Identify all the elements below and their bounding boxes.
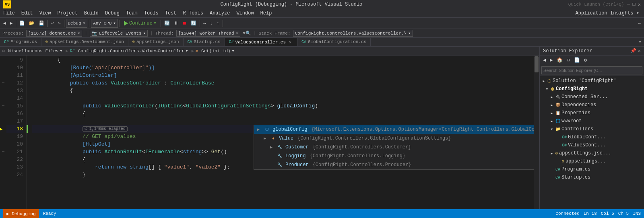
- menu-analyze[interactable]: Analyze: [206, 9, 233, 17]
- se-item-solution[interactable]: ▶ ⬡ Solution 'ConfigRight': [540, 77, 644, 85]
- menu-edit[interactable]: Edit: [18, 9, 36, 17]
- menu-file[interactable]: File: [0, 9, 18, 17]
- back-btn[interactable]: ◀: [2, 19, 8, 28]
- new-file-btn[interactable]: 📄: [18, 19, 27, 28]
- se-arrow-deps: ▶: [549, 103, 554, 107]
- thread-dropdown[interactable]: [15044] Worker Thread ▾: [176, 30, 240, 37]
- menu-tools[interactable]: Tools: [141, 9, 162, 17]
- se-pin-btn[interactable]: 📌: [630, 48, 636, 54]
- tab-appsettings-dev[interactable]: ⚙ appsettings.Development.json: [41, 38, 128, 46]
- collapse-15[interactable]: ─: [0, 102, 6, 110]
- ac-item-logging[interactable]: ▶ 🔧 Logging {ConfigRight.Controllers.Log…: [254, 152, 534, 160]
- ac-expand-0[interactable]: ▶: [257, 127, 260, 132]
- tab-program[interactable]: C# Program.cs: [0, 38, 41, 46]
- platform-dropdown[interactable]: Any CPU ▾: [91, 19, 118, 28]
- bc-controller[interactable]: ConfigRight.Controllers.ValuesController…: [76, 48, 190, 54]
- continue-btn[interactable]: Continue ▾: [122, 19, 159, 27]
- ac-item-globalconfig[interactable]: ▶ ⬡ globalConfig {Microsoft.Extensions.O…: [254, 125, 534, 134]
- menu-window[interactable]: Window: [233, 9, 257, 17]
- continue-label: Continue: [129, 21, 153, 26]
- toolbar-more-btn[interactable]: ⋯: [636, 19, 642, 28]
- se-item-appsettings[interactable]: ▶ ⚙ appsettings.jso...: [540, 149, 644, 157]
- scrollbar-thumb[interactable]: [535, 56, 539, 72]
- restart-btn[interactable]: 🔃: [189, 19, 198, 28]
- se-item-globalconfig[interactable]: ▶ C# GlobalConf...: [540, 133, 644, 141]
- se-showfiles-btn[interactable]: 📄: [572, 56, 582, 64]
- se-home-btn[interactable]: 🏠: [555, 56, 564, 64]
- se-close-btn[interactable]: ✕: [638, 48, 641, 54]
- step-into-btn[interactable]: ↓: [208, 19, 214, 28]
- se-item-controllers[interactable]: ▼ 📁 Controllers: [540, 125, 644, 133]
- ac-item-customer[interactable]: ▶ 🔧 Customer {ConfigRight.Controllers.Cu…: [254, 143, 534, 152]
- se-tree: ▶ ⬡ Solution 'ConfigRight' ▼ ⬢ ConfigRig…: [540, 76, 644, 218]
- ac-wrench-icon-2: 🔧: [277, 162, 283, 168]
- tab-startup[interactable]: C# Startup.cs: [184, 38, 225, 46]
- forward-btn[interactable]: ▶: [8, 19, 14, 28]
- se-item-deps[interactable]: ▶ 📦 Dependencies: [540, 101, 644, 109]
- menu-build[interactable]: Build: [81, 9, 102, 17]
- debug-mode-dropdown[interactable]: Debug ▾: [66, 19, 88, 28]
- maximize-btn[interactable]: □: [633, 2, 636, 7]
- autocomplete-popup[interactable]: ▶ ⬡ globalConfig {Microsoft.Extensions.O…: [254, 125, 534, 170]
- se-connected-label: Connected Ser...: [561, 94, 608, 100]
- tab-appsettings[interactable]: ⚙ appsettings.json: [128, 38, 184, 46]
- lifecycle-value: Lifecycle Events: [99, 31, 142, 36]
- line-13: 13: [6, 87, 23, 95]
- se-forward-btn[interactable]: ▶: [548, 56, 554, 64]
- bc-misc-files[interactable]: Miscellaneous Files ▾: [6, 48, 64, 54]
- close-btn[interactable]: ✕: [638, 2, 641, 8]
- tabs-dropdown-arrow[interactable]: ▾: [636, 38, 644, 46]
- se-collapse-btn[interactable]: ⊟: [565, 56, 571, 64]
- scrollbar-right[interactable]: [534, 56, 539, 218]
- undo-btn[interactable]: ↩: [50, 19, 56, 28]
- se-item-configright[interactable]: ▼ ⬢ ConfigRight: [540, 85, 644, 93]
- code-content[interactable]: { [Route("api/[controller]")] [ApiContro…: [28, 56, 534, 218]
- minimize-btn[interactable]: ─: [627, 2, 630, 7]
- sep7: [200, 20, 200, 27]
- ac-item-value[interactable]: ▶ ♦ Value {ConfigRight.Controllers.Globa…: [254, 134, 534, 143]
- se-search-input[interactable]: [541, 66, 642, 74]
- se-item-appsettings-dev[interactable]: ▶ ⚙ appsettings...: [540, 157, 644, 165]
- menu-rtools[interactable]: R Tools: [180, 9, 206, 17]
- collapse-12[interactable]: ─: [0, 79, 6, 87]
- refresh-btn[interactable]: 🔄: [163, 19, 171, 28]
- redo-btn[interactable]: ↪: [56, 19, 62, 28]
- bc-method[interactable]: Get(int id) ▾: [200, 48, 236, 54]
- ac-item-producer[interactable]: ▶ 🔧 Producer {ConfigRight.Controllers.Pr…: [254, 160, 534, 169]
- se-program-icon: C#: [555, 167, 560, 172]
- app-insights-btn[interactable]: Application Insights ▾: [574, 9, 641, 18]
- debug-filter-btn[interactable]: ▼🔍: [243, 31, 251, 36]
- collapse-21[interactable]: ─: [0, 148, 6, 156]
- se-properties-btn[interactable]: ⚙: [582, 56, 588, 64]
- se-item-connected[interactable]: ▶ 🔌 Connected Ser...: [540, 93, 644, 101]
- menu-help[interactable]: Help: [257, 9, 275, 17]
- tab-vc-close[interactable]: ✕: [287, 39, 293, 45]
- tab-valuescontroller[interactable]: C# ValuesController.cs ✕: [225, 38, 297, 46]
- se-item-props[interactable]: ▶ 📋 Properties: [540, 109, 644, 117]
- se-item-valuescontroller[interactable]: ▶ C# ValuesCont...: [540, 141, 644, 149]
- se-item-startup[interactable]: ▶ C# Startup.cs: [540, 173, 644, 181]
- tab-globalconfig[interactable]: C# GlobalConfiguration.cs: [297, 38, 371, 46]
- se-item-wwwroot[interactable]: ▶ 🌐 wwwroot: [540, 117, 644, 125]
- step-over-btn[interactable]: →: [202, 19, 208, 28]
- se-back-btn[interactable]: ◀: [541, 56, 547, 64]
- save-btn[interactable]: 💾: [37, 19, 46, 28]
- step-out-btn[interactable]: ↑: [215, 19, 221, 28]
- code-editor[interactable]: ─ ─ ▶ ─ 9 10 11 12: [0, 56, 539, 218]
- ac-type-3: {ConfigRight.Controllers.Logging}: [310, 153, 405, 159]
- process-dropdown[interactable]: [11672] dotnet.exe ▾: [26, 30, 82, 37]
- lifecycle-dropdown[interactable]: 📷 Lifecycle Events ▾: [90, 30, 148, 37]
- stack-dropdown[interactable]: ConfigRight.Controllers.ValuesController…: [293, 30, 413, 37]
- menu-team[interactable]: Team: [123, 9, 141, 17]
- pause-btn[interactable]: ⏸: [172, 19, 180, 28]
- ac-expand-2[interactable]: ▶: [270, 145, 272, 150]
- open-btn[interactable]: 📂: [27, 19, 36, 28]
- menu-test[interactable]: Test: [162, 9, 180, 17]
- menu-debug[interactable]: Debug: [102, 9, 123, 17]
- menu-project[interactable]: Project: [54, 9, 80, 17]
- se-item-program[interactable]: ▶ C# Program.cs: [540, 165, 644, 173]
- se-gc-icon: C#: [562, 135, 567, 140]
- stop-btn[interactable]: ⏹: [181, 19, 188, 28]
- menu-view[interactable]: View: [36, 9, 54, 17]
- ac-expand-1[interactable]: ▶: [264, 136, 266, 141]
